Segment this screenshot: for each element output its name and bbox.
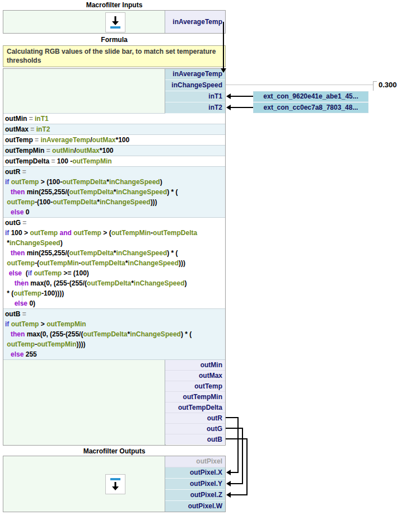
connection-outB-outPixelZ[interactable] <box>246 438 248 495</box>
code-line: if 100 > outTemp and outTemp > (outTempM… <box>5 228 225 238</box>
port-outMax[interactable]: outMax <box>165 371 225 381</box>
code-line: outTemp-(100-outTempDelta*inChangeSpeed)… <box>5 197 225 207</box>
formula-row-outTempMin[interactable]: outTempMin = outMin/outMax*100 <box>3 146 225 156</box>
code-line: outB = <box>5 309 225 319</box>
code-line: then min(255,255/(outTempDelta*inChangeS… <box>5 187 225 197</box>
port-outG[interactable]: outG <box>165 424 225 434</box>
inputs-block-title: Macrofilter Inputs <box>3 1 226 9</box>
ext-connection-inT1[interactable]: ext_con_9620e41e_abe1_45... <box>253 91 368 102</box>
arrowhead-down-icon <box>221 68 226 73</box>
port-inAverageTemp[interactable]: inAverageTemp <box>165 69 225 80</box>
formula-row-outR[interactable]: outR =if outTemp > (100-outTempDelta*inC… <box>3 167 225 218</box>
formula-body-background <box>3 69 166 113</box>
outputs-port-column: outPixeloutPixel.XoutPixel.YoutPixel.Zou… <box>165 456 225 512</box>
code-line: if outTemp > outTempMin <box>5 319 225 329</box>
code-line: else 0 <box>5 207 225 217</box>
value-bracket-glyph <box>373 81 377 91</box>
connection-outB-outPixelZ[interactable] <box>231 494 248 495</box>
arrowhead-left-icon <box>226 481 231 486</box>
port-outTemp[interactable]: outTemp <box>165 381 225 392</box>
bar-into-arrow-icon <box>106 475 124 493</box>
formula-body-background <box>3 360 166 445</box>
port-outPixel.Z[interactable]: outPixel.Z <box>165 490 225 501</box>
arrowhead-left-icon <box>226 93 231 99</box>
formula-input-port-column: inAverageTempinChangeSpeedinT1inT2 <box>165 69 225 113</box>
code-line: outTempMin = outMin/outMax*100 <box>5 146 225 156</box>
connection-outG-outPixelY[interactable] <box>231 483 243 484</box>
connection-inAverageTemp[interactable] <box>223 22 224 69</box>
code-line: else 0) <box>5 298 225 308</box>
arrowhead-left-icon <box>226 492 231 498</box>
connection-inT2[interactable] <box>231 107 253 108</box>
macrofilter-output-icon <box>105 474 125 494</box>
code-line: else (if outTemp >= (100) <box>5 268 225 278</box>
code-line: outTemp = inAverageTemp/outMax*100 <box>5 135 225 145</box>
arrow-into-bar-icon <box>106 13 124 31</box>
port-outPixel.W[interactable]: outPixel.W <box>165 501 225 512</box>
formula-block[interactable]: inAverageTempinChangeSpeedinT1inT2 outMi… <box>3 68 226 446</box>
port-inT2[interactable]: inT2 <box>165 102 225 114</box>
formula-row-outG[interactable]: outG =if 100 > outTemp and outTemp > (ou… <box>3 218 225 309</box>
code-line: outMin = inT1 <box>5 114 225 124</box>
formula-row-outTempDelta[interactable]: outTempDelta = 100 -outTempMin <box>3 156 225 167</box>
outputs-block-title: Macrofilter Outputs <box>3 447 226 455</box>
ext-connection-inT2[interactable]: ext_con_cc0ec7a8_7803_48... <box>253 102 368 113</box>
connection-outB-outPixelZ[interactable] <box>226 438 248 439</box>
macrofilter-input-icon <box>105 12 125 32</box>
code-line: outG = <box>5 218 225 228</box>
formula-code-area: outMin = inT1outMax = inT2outTemp = inAv… <box>3 114 225 360</box>
code-line: then max(0, (255-(255/(outTempDelta*inCh… <box>5 278 225 288</box>
formula-row-outTemp[interactable]: outTemp = inAverageTemp/outMax*100 <box>3 135 225 146</box>
port-outPixel.Y[interactable]: outPixel.Y <box>165 479 225 490</box>
code-line: else 255 <box>5 349 225 359</box>
code-line: outTemp-outTempMin)))) <box>5 339 225 349</box>
arrowhead-left-icon <box>226 105 231 110</box>
connection-outR-outPixelX[interactable] <box>231 472 239 473</box>
code-line: outTemp-(outTempMin-outTempDelta*inChang… <box>5 258 225 268</box>
formula-row-outMin[interactable]: outMin = inT1 <box>3 114 225 124</box>
connection-outR-outPixelX[interactable] <box>226 417 239 418</box>
code-line: *inChangeSpeed) <box>5 238 225 248</box>
formula-row-outMax[interactable]: outMax = inT2 <box>3 124 225 135</box>
code-line: outTempDelta = 100 -outTempMin <box>5 156 225 166</box>
port-inT1[interactable]: inT1 <box>165 91 225 102</box>
code-line: * (outTemp-100)))) <box>5 288 225 298</box>
port-outTempDelta[interactable]: outTempDelta <box>165 402 225 413</box>
formula-comment[interactable]: Calculating RGB values of the slide bar,… <box>3 45 226 67</box>
code-line: outMax = inT2 <box>5 124 225 134</box>
port-inChangeSpeed[interactable]: inChangeSpeed <box>165 80 225 91</box>
formula-output-ports-area: outMinoutMaxoutTempoutTempMinoutTempDelt… <box>3 360 225 445</box>
macrofilter-diagram: Macrofilter Inputs inAverageTemp Formula… <box>0 0 420 515</box>
formula-row-outB[interactable]: outB =if outTemp > outTempMin then max(0… <box>3 309 225 360</box>
macrofilter-outputs-block[interactable]: outPixeloutPixel.XoutPixel.YoutPixel.Zou… <box>3 456 226 512</box>
port-outPixel.X[interactable]: outPixel.X <box>165 467 225 479</box>
formula-input-ports-area: inAverageTempinChangeSpeedinT1inT2 <box>3 69 225 114</box>
macrofilter-inputs-block[interactable]: inAverageTemp <box>3 10 226 34</box>
connection-outG-outPixelY[interactable] <box>242 428 243 484</box>
connection-inChangeSpeed-value[interactable] <box>226 85 373 85</box>
connection-outR-outPixelX[interactable] <box>237 417 239 473</box>
code-line: outR = <box>5 167 225 177</box>
formula-output-port-column: outMinoutMaxoutTempoutTempMinoutTempDelt… <box>165 360 225 445</box>
arrowhead-left-icon <box>226 470 231 475</box>
port-outMin[interactable]: outMin <box>165 360 225 371</box>
port-outR[interactable]: outR <box>165 413 225 424</box>
connection-inT1[interactable] <box>231 96 253 97</box>
code-line: then min(255,255/(outTempDelta*inChangeS… <box>5 248 225 258</box>
formula-block-title: Formula <box>3 36 226 44</box>
connection-outG-outPixelY[interactable] <box>226 428 243 429</box>
inChangeSpeed-constant-value[interactable]: 0.300 <box>379 81 397 89</box>
code-line: then max(0, (255-(255/(outTempDelta*inCh… <box>5 329 225 339</box>
port-inAverageTemp-source[interactable]: inAverageTemp <box>165 11 225 33</box>
port-outPixel[interactable]: outPixel <box>165 456 225 467</box>
port-outTempMin[interactable]: outTempMin <box>165 392 225 402</box>
code-line: if outTemp > (100-outTempDelta*inChangeS… <box>5 177 225 187</box>
port-outB[interactable]: outB <box>165 434 225 444</box>
